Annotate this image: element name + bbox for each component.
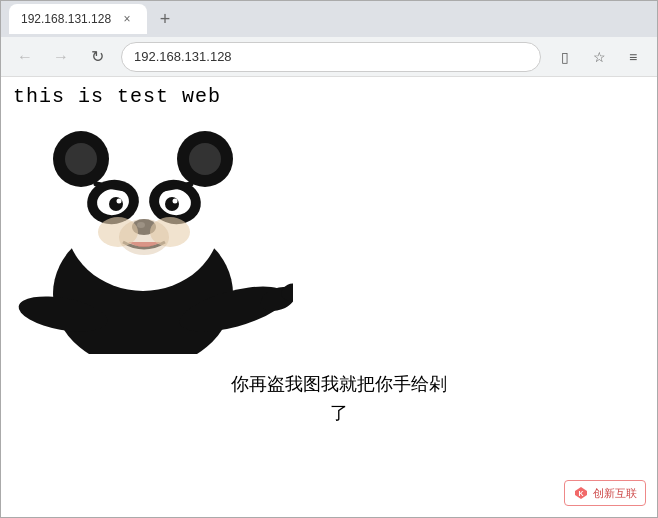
svg-point-9	[65, 143, 97, 175]
svg-point-19	[173, 199, 178, 204]
panda-meme-image	[13, 124, 293, 354]
page-content: this is test web	[1, 77, 657, 517]
reader-view-button[interactable]: ▯	[549, 41, 581, 73]
watermark-icon: K	[573, 485, 589, 501]
page-heading: this is test web	[13, 85, 645, 108]
caption: 你再盗我图我就把你手给剁 了	[33, 370, 645, 428]
toolbar-right-icons: ▯ ☆ ≡	[549, 41, 649, 73]
svg-point-11	[189, 143, 221, 175]
caption-line2: 了	[330, 403, 348, 423]
caption-line1: 你再盗我图我就把你手给剁	[231, 374, 447, 394]
bookmark-button[interactable]: ☆	[583, 41, 615, 73]
tab-title: 192.168.131.128	[21, 12, 111, 26]
svg-point-16	[109, 197, 123, 211]
browser-window: 192.168.131.128 × + ← → ↻ ▯ ☆ ≡ this is …	[0, 0, 658, 518]
watermark: K 创新互联	[564, 480, 646, 506]
tab-bar: 192.168.131.128 × +	[1, 1, 657, 37]
panda-image-container	[13, 124, 645, 358]
address-bar-container	[121, 42, 541, 72]
watermark-text: 创新互联	[593, 486, 637, 501]
svg-point-26	[119, 219, 169, 255]
new-tab-button[interactable]: +	[151, 5, 179, 33]
svg-point-17	[165, 197, 179, 211]
forward-button[interactable]: →	[45, 41, 77, 73]
browser-tab[interactable]: 192.168.131.128 ×	[9, 4, 147, 34]
back-button[interactable]: ←	[9, 41, 41, 73]
svg-point-18	[117, 199, 122, 204]
menu-button[interactable]: ≡	[617, 41, 649, 73]
tab-close-button[interactable]: ×	[119, 11, 135, 27]
address-bar-input[interactable]	[134, 49, 528, 64]
refresh-button[interactable]: ↻	[81, 41, 113, 73]
toolbar: ← → ↻ ▯ ☆ ≡	[1, 37, 657, 77]
svg-text:K: K	[578, 490, 583, 497]
